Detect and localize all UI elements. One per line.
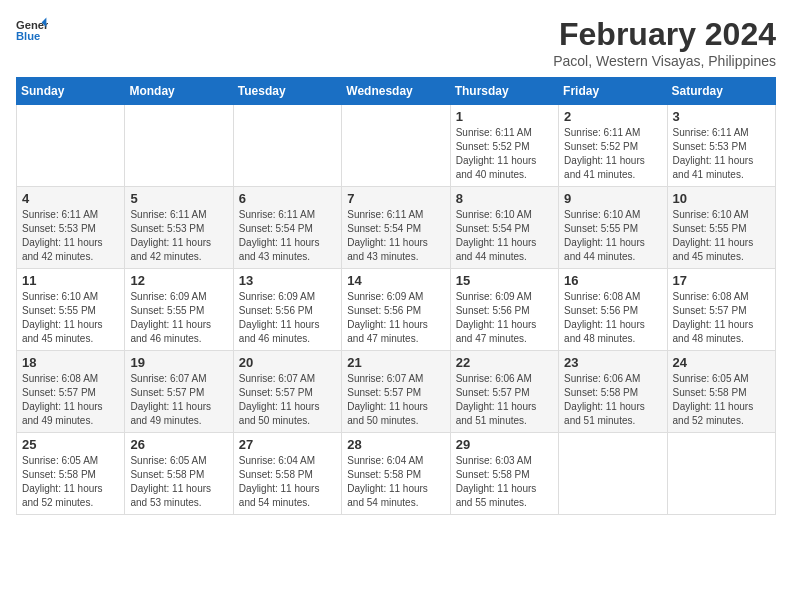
weekday-header-monday: Monday xyxy=(125,78,233,105)
day-info: Sunrise: 6:10 AM Sunset: 5:54 PM Dayligh… xyxy=(456,208,553,264)
day-number: 26 xyxy=(130,437,227,452)
day-info: Sunrise: 6:07 AM Sunset: 5:57 PM Dayligh… xyxy=(239,372,336,428)
day-info: Sunrise: 6:11 AM Sunset: 5:52 PM Dayligh… xyxy=(564,126,661,182)
day-number: 18 xyxy=(22,355,119,370)
weekday-header-wednesday: Wednesday xyxy=(342,78,450,105)
day-number: 2 xyxy=(564,109,661,124)
calendar-cell: 13Sunrise: 6:09 AM Sunset: 5:56 PM Dayli… xyxy=(233,269,341,351)
calendar-cell: 3Sunrise: 6:11 AM Sunset: 5:53 PM Daylig… xyxy=(667,105,775,187)
location-subtitle: Pacol, Western Visayas, Philippines xyxy=(553,53,776,69)
day-number: 14 xyxy=(347,273,444,288)
day-info: Sunrise: 6:03 AM Sunset: 5:58 PM Dayligh… xyxy=(456,454,553,510)
day-info: Sunrise: 6:09 AM Sunset: 5:56 PM Dayligh… xyxy=(456,290,553,346)
day-number: 22 xyxy=(456,355,553,370)
calendar-cell xyxy=(233,105,341,187)
logo: General Blue xyxy=(16,16,48,44)
day-info: Sunrise: 6:11 AM Sunset: 5:53 PM Dayligh… xyxy=(130,208,227,264)
day-info: Sunrise: 6:10 AM Sunset: 5:55 PM Dayligh… xyxy=(22,290,119,346)
day-number: 24 xyxy=(673,355,770,370)
day-info: Sunrise: 6:04 AM Sunset: 5:58 PM Dayligh… xyxy=(239,454,336,510)
day-info: Sunrise: 6:09 AM Sunset: 5:56 PM Dayligh… xyxy=(347,290,444,346)
calendar-cell xyxy=(342,105,450,187)
week-row-2: 4Sunrise: 6:11 AM Sunset: 5:53 PM Daylig… xyxy=(17,187,776,269)
calendar-cell: 17Sunrise: 6:08 AM Sunset: 5:57 PM Dayli… xyxy=(667,269,775,351)
calendar-cell: 9Sunrise: 6:10 AM Sunset: 5:55 PM Daylig… xyxy=(559,187,667,269)
weekday-header-row: SundayMondayTuesdayWednesdayThursdayFrid… xyxy=(17,78,776,105)
calendar-cell: 1Sunrise: 6:11 AM Sunset: 5:52 PM Daylig… xyxy=(450,105,558,187)
calendar-cell: 4Sunrise: 6:11 AM Sunset: 5:53 PM Daylig… xyxy=(17,187,125,269)
day-number: 9 xyxy=(564,191,661,206)
calendar-cell: 5Sunrise: 6:11 AM Sunset: 5:53 PM Daylig… xyxy=(125,187,233,269)
week-row-1: 1Sunrise: 6:11 AM Sunset: 5:52 PM Daylig… xyxy=(17,105,776,187)
day-info: Sunrise: 6:06 AM Sunset: 5:57 PM Dayligh… xyxy=(456,372,553,428)
weekday-header-thursday: Thursday xyxy=(450,78,558,105)
calendar-cell: 11Sunrise: 6:10 AM Sunset: 5:55 PM Dayli… xyxy=(17,269,125,351)
calendar-cell xyxy=(559,433,667,515)
day-info: Sunrise: 6:08 AM Sunset: 5:57 PM Dayligh… xyxy=(673,290,770,346)
calendar-cell: 26Sunrise: 6:05 AM Sunset: 5:58 PM Dayli… xyxy=(125,433,233,515)
day-number: 6 xyxy=(239,191,336,206)
page-header: General Blue February 2024 Pacol, Wester… xyxy=(16,16,776,69)
day-number: 12 xyxy=(130,273,227,288)
day-number: 5 xyxy=(130,191,227,206)
calendar-cell: 19Sunrise: 6:07 AM Sunset: 5:57 PM Dayli… xyxy=(125,351,233,433)
day-number: 17 xyxy=(673,273,770,288)
day-number: 16 xyxy=(564,273,661,288)
day-number: 15 xyxy=(456,273,553,288)
calendar-cell: 16Sunrise: 6:08 AM Sunset: 5:56 PM Dayli… xyxy=(559,269,667,351)
calendar-cell: 23Sunrise: 6:06 AM Sunset: 5:58 PM Dayli… xyxy=(559,351,667,433)
calendar-table: SundayMondayTuesdayWednesdayThursdayFrid… xyxy=(16,77,776,515)
day-info: Sunrise: 6:07 AM Sunset: 5:57 PM Dayligh… xyxy=(130,372,227,428)
weekday-header-tuesday: Tuesday xyxy=(233,78,341,105)
calendar-cell: 25Sunrise: 6:05 AM Sunset: 5:58 PM Dayli… xyxy=(17,433,125,515)
day-number: 25 xyxy=(22,437,119,452)
calendar-cell: 20Sunrise: 6:07 AM Sunset: 5:57 PM Dayli… xyxy=(233,351,341,433)
day-number: 7 xyxy=(347,191,444,206)
calendar-cell: 14Sunrise: 6:09 AM Sunset: 5:56 PM Dayli… xyxy=(342,269,450,351)
calendar-cell xyxy=(125,105,233,187)
day-info: Sunrise: 6:08 AM Sunset: 5:57 PM Dayligh… xyxy=(22,372,119,428)
weekday-header-saturday: Saturday xyxy=(667,78,775,105)
calendar-cell: 18Sunrise: 6:08 AM Sunset: 5:57 PM Dayli… xyxy=(17,351,125,433)
calendar-cell: 6Sunrise: 6:11 AM Sunset: 5:54 PM Daylig… xyxy=(233,187,341,269)
day-number: 21 xyxy=(347,355,444,370)
day-info: Sunrise: 6:11 AM Sunset: 5:53 PM Dayligh… xyxy=(22,208,119,264)
calendar-cell: 29Sunrise: 6:03 AM Sunset: 5:58 PM Dayli… xyxy=(450,433,558,515)
day-number: 4 xyxy=(22,191,119,206)
calendar-cell xyxy=(667,433,775,515)
calendar-cell: 8Sunrise: 6:10 AM Sunset: 5:54 PM Daylig… xyxy=(450,187,558,269)
day-info: Sunrise: 6:04 AM Sunset: 5:58 PM Dayligh… xyxy=(347,454,444,510)
week-row-3: 11Sunrise: 6:10 AM Sunset: 5:55 PM Dayli… xyxy=(17,269,776,351)
day-number: 13 xyxy=(239,273,336,288)
day-info: Sunrise: 6:05 AM Sunset: 5:58 PM Dayligh… xyxy=(130,454,227,510)
calendar-cell: 21Sunrise: 6:07 AM Sunset: 5:57 PM Dayli… xyxy=(342,351,450,433)
day-info: Sunrise: 6:05 AM Sunset: 5:58 PM Dayligh… xyxy=(673,372,770,428)
day-info: Sunrise: 6:09 AM Sunset: 5:56 PM Dayligh… xyxy=(239,290,336,346)
svg-text:General: General xyxy=(16,19,48,31)
day-info: Sunrise: 6:07 AM Sunset: 5:57 PM Dayligh… xyxy=(347,372,444,428)
day-number: 29 xyxy=(456,437,553,452)
day-info: Sunrise: 6:08 AM Sunset: 5:56 PM Dayligh… xyxy=(564,290,661,346)
title-block: February 2024 Pacol, Western Visayas, Ph… xyxy=(553,16,776,69)
day-number: 27 xyxy=(239,437,336,452)
calendar-cell: 12Sunrise: 6:09 AM Sunset: 5:55 PM Dayli… xyxy=(125,269,233,351)
day-info: Sunrise: 6:11 AM Sunset: 5:54 PM Dayligh… xyxy=(239,208,336,264)
day-info: Sunrise: 6:11 AM Sunset: 5:53 PM Dayligh… xyxy=(673,126,770,182)
day-number: 8 xyxy=(456,191,553,206)
day-info: Sunrise: 6:11 AM Sunset: 5:52 PM Dayligh… xyxy=(456,126,553,182)
calendar-cell xyxy=(17,105,125,187)
logo-icon: General Blue xyxy=(16,16,48,44)
day-info: Sunrise: 6:10 AM Sunset: 5:55 PM Dayligh… xyxy=(673,208,770,264)
day-number: 23 xyxy=(564,355,661,370)
svg-text:Blue: Blue xyxy=(16,30,40,42)
day-number: 28 xyxy=(347,437,444,452)
calendar-cell: 24Sunrise: 6:05 AM Sunset: 5:58 PM Dayli… xyxy=(667,351,775,433)
day-info: Sunrise: 6:06 AM Sunset: 5:58 PM Dayligh… xyxy=(564,372,661,428)
week-row-5: 25Sunrise: 6:05 AM Sunset: 5:58 PM Dayli… xyxy=(17,433,776,515)
calendar-cell: 15Sunrise: 6:09 AM Sunset: 5:56 PM Dayli… xyxy=(450,269,558,351)
calendar-cell: 10Sunrise: 6:10 AM Sunset: 5:55 PM Dayli… xyxy=(667,187,775,269)
day-number: 3 xyxy=(673,109,770,124)
calendar-cell: 28Sunrise: 6:04 AM Sunset: 5:58 PM Dayli… xyxy=(342,433,450,515)
weekday-header-friday: Friday xyxy=(559,78,667,105)
calendar-cell: 27Sunrise: 6:04 AM Sunset: 5:58 PM Dayli… xyxy=(233,433,341,515)
